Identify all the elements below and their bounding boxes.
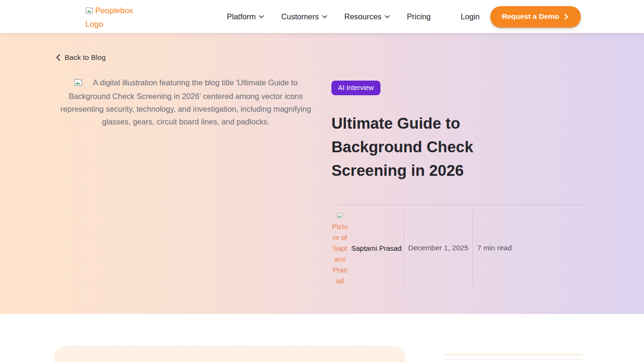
author-meta-row: Picture of Saptami Prasad Saptami Prasad… — [331, 210, 586, 286]
article-title: Ultimate Guide to Background Check Scree… — [331, 112, 500, 182]
vertical-divider — [472, 210, 473, 286]
chevron-down-icon — [322, 15, 327, 18]
author-avatar-broken[interactable]: Picture of Saptami Prasad — [331, 210, 348, 286]
nav-item-label: Platform — [227, 12, 256, 21]
author-avatar-alt-text: Picture of Saptami Prasad — [332, 222, 347, 285]
nav-item-resources[interactable]: Resources — [344, 12, 390, 21]
read-time: 7 min read — [477, 244, 512, 252]
nav-item-platform[interactable]: Platform — [227, 12, 264, 21]
hero-columns: A digital illustration featuring the blo… — [56, 75, 586, 286]
broken-image-icon — [337, 210, 343, 221]
article-header-column: AI Interview Ultimate Guide to Backgroun… — [331, 75, 586, 286]
nav-item-pricing[interactable]: Pricing — [407, 12, 430, 21]
request-demo-label: Request a Demo — [502, 12, 559, 21]
featured-image-broken: A digital illustration featuring the blo… — [56, 75, 316, 128]
chevron-down-icon — [259, 15, 264, 18]
featured-image-alt-text: A digital illustration featuring the blo… — [60, 78, 311, 126]
logo-broken-image[interactable]: Peoplebox Logo — [85, 4, 137, 31]
back-to-blog-label: Back to Blog — [65, 53, 106, 62]
nav-item-label: Customers — [281, 12, 319, 21]
back-to-blog-link[interactable]: Back to Blog — [56, 53, 106, 62]
vertical-divider — [404, 210, 404, 286]
featured-image-column: A digital illustration featuring the blo… — [56, 75, 316, 286]
article-summary-card — [54, 346, 405, 362]
request-demo-button[interactable]: Request a Demo — [490, 6, 581, 27]
nav-right-group: Login Request a Demo — [461, 0, 581, 33]
chevron-right-icon — [563, 14, 569, 20]
login-link[interactable]: Login — [461, 12, 479, 21]
author-name[interactable]: Saptami Prasad — [351, 244, 402, 252]
publish-date: December 1, 2025 — [408, 244, 469, 252]
sidebar-card-accent — [444, 354, 582, 355]
meta-divider — [331, 205, 586, 205]
broken-image-icon — [74, 77, 83, 90]
nav-item-label: Resources — [344, 12, 381, 21]
chevron-down-icon — [385, 15, 390, 18]
article-hero-section: Back to Blog A digital illustration feat… — [0, 33, 644, 314]
navbar: Peoplebox Logo Platform Customers Resour… — [0, 0, 644, 33]
sidebar-card — [439, 359, 589, 362]
main-nav: Platform Customers Resources Pricing — [227, 0, 431, 33]
nav-item-customers[interactable]: Customers — [281, 12, 327, 21]
category-badge[interactable]: AI Interview — [331, 81, 380, 95]
broken-image-icon — [85, 5, 93, 18]
chevron-left-icon — [56, 54, 60, 61]
nav-item-label: Pricing — [407, 12, 430, 21]
article-body-section — [0, 314, 644, 362]
blog-post-page: Peoplebox Logo Platform Customers Resour… — [0, 0, 644, 362]
